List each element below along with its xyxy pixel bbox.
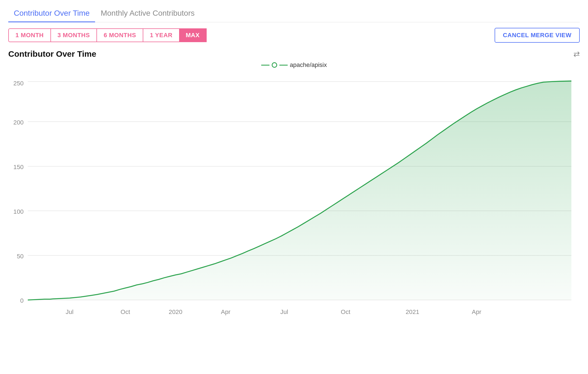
- tab-bar: Contributor Over Time Monthly Active Con…: [8, 6, 580, 22]
- chart-header: Contributor Over Time ⇄: [8, 49, 580, 59]
- legend-dash: [261, 65, 269, 66]
- y-label-250: 250: [14, 80, 24, 87]
- x-label-jul20: Jul: [280, 308, 288, 315]
- tab-monthly-active[interactable]: Monthly Active Contributors: [95, 6, 200, 22]
- x-label-apr20: Apr: [221, 308, 231, 315]
- filter-max[interactable]: MAX: [179, 28, 207, 42]
- legend-dash2: [279, 65, 288, 66]
- time-filter-group: 1 MONTH 3 MONTHS 6 MONTHS 1 YEAR MAX: [8, 28, 207, 42]
- x-label-2020: 2020: [169, 308, 182, 315]
- y-label-150: 150: [14, 164, 24, 170]
- filter-6months[interactable]: 6 MONTHS: [96, 28, 143, 42]
- filter-3months[interactable]: 3 MONTHS: [50, 28, 97, 42]
- y-label-200: 200: [14, 119, 24, 126]
- tab-contributor-over-time[interactable]: Contributor Over Time: [8, 6, 95, 22]
- x-label-jul19: Jul: [66, 308, 73, 315]
- y-label-0: 0: [20, 297, 23, 304]
- x-label-oct20: Oct: [341, 308, 350, 315]
- controls-row: 1 MONTH 3 MONTHS 6 MONTHS 1 YEAR MAX CAN…: [8, 28, 580, 43]
- y-label-50: 50: [17, 253, 24, 260]
- legend-item: apache/apisix: [261, 61, 327, 69]
- share-icon[interactable]: ⇄: [573, 50, 580, 59]
- chart-area-fill: [28, 81, 571, 300]
- chart-title: Contributor Over Time: [8, 49, 96, 59]
- filter-1year[interactable]: 1 YEAR: [143, 28, 179, 42]
- legend-label: apache/apisix: [290, 61, 327, 69]
- y-label-100: 100: [14, 208, 24, 215]
- chart-svg: 0 50 100 150 200 250 Jul Oct 2020 Apr Ju…: [8, 73, 580, 321]
- legend-dot: [272, 62, 277, 68]
- x-label-apr21: Apr: [472, 308, 481, 315]
- chart-area: apache/apisix 0 50 100 150 200 250 Jul O…: [8, 61, 580, 331]
- chart-legend: apache/apisix: [8, 61, 580, 69]
- cancel-merge-button[interactable]: CANCEL MERGE VIEW: [495, 28, 580, 43]
- x-label-2021: 2021: [406, 308, 419, 315]
- filter-1month[interactable]: 1 MONTH: [8, 28, 50, 42]
- x-label-oct19: Oct: [121, 308, 130, 315]
